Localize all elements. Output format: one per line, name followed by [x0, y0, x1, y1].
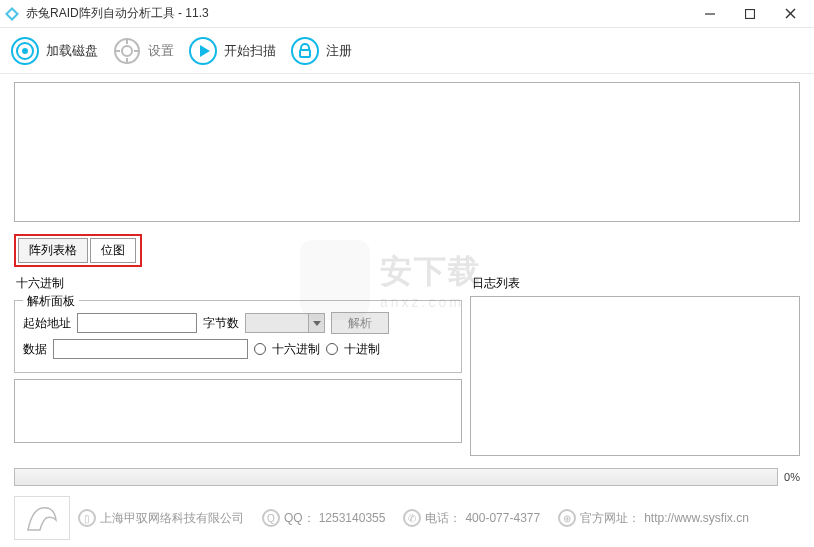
svg-rect-18	[300, 50, 310, 57]
radio-hex[interactable]	[254, 343, 266, 355]
progress-bar	[14, 468, 778, 486]
start-scan-label: 开始扫描	[224, 42, 276, 60]
footer: ▯ 上海甲驭网络科技有限公司 Q QQ： 1253140355 ✆ 电话： 40…	[0, 492, 814, 544]
minimize-button[interactable]	[690, 1, 730, 27]
svg-point-8	[22, 48, 28, 54]
svg-marker-16	[200, 45, 210, 57]
bytes-label: 字节数	[203, 315, 239, 332]
maximize-button[interactable]	[730, 1, 770, 27]
load-disk-button[interactable]: 加载磁盘	[10, 36, 98, 66]
toolbar: 加载磁盘 设置 开始扫描 注册	[0, 28, 814, 74]
start-scan-button[interactable]: 开始扫描	[188, 36, 276, 66]
radio-hex-label: 十六进制	[272, 341, 320, 358]
hex-section-title: 十六进制	[16, 275, 462, 292]
settings-button[interactable]: 设置	[112, 36, 174, 66]
data-label: 数据	[23, 341, 47, 358]
parse-panel: 解析面板 起始地址 字节数 解析 数据	[14, 300, 462, 373]
progress-percent: 0%	[784, 471, 800, 483]
company-logo	[14, 496, 70, 540]
hex-output-box	[14, 379, 462, 443]
building-icon: ▯	[78, 509, 96, 527]
register-label: 注册	[326, 42, 352, 60]
play-icon	[188, 36, 218, 66]
company-name: 上海甲驭网络科技有限公司	[100, 510, 244, 527]
top-panel	[14, 82, 800, 222]
gear-icon	[112, 36, 142, 66]
register-button[interactable]: 注册	[290, 36, 352, 66]
target-icon	[10, 36, 40, 66]
svg-marker-19	[313, 321, 321, 326]
tel-label: 电话：	[425, 510, 461, 527]
tab-array-table[interactable]: 阵列表格	[18, 238, 88, 263]
app-icon	[4, 6, 20, 22]
parse-button[interactable]: 解析	[331, 312, 389, 334]
site-label: 官方网址：	[580, 510, 640, 527]
site-link[interactable]: http://www.sysfix.cn	[644, 511, 749, 525]
radio-dec[interactable]	[326, 343, 338, 355]
qq-value: 1253140355	[319, 511, 386, 525]
parse-panel-legend: 解析面板	[23, 293, 79, 310]
qq-icon: Q	[262, 509, 280, 527]
tel-value: 400-077-4377	[465, 511, 540, 525]
start-addr-input[interactable]	[77, 313, 197, 333]
lock-icon	[290, 36, 320, 66]
start-addr-label: 起始地址	[23, 315, 71, 332]
close-button[interactable]	[770, 1, 810, 27]
tab-bitmap[interactable]: 位图	[90, 238, 136, 263]
qq-label: QQ：	[284, 510, 315, 527]
phone-icon: ✆	[403, 509, 421, 527]
settings-label: 设置	[148, 42, 174, 60]
globe-icon: ⊕	[558, 509, 576, 527]
titlebar: 赤兔RAID阵列自动分析工具 - 11.3	[0, 0, 814, 28]
data-input[interactable]	[53, 339, 248, 359]
log-title: 日志列表	[472, 275, 800, 292]
bytes-combo[interactable]	[245, 313, 325, 333]
log-list-box	[470, 296, 800, 456]
radio-dec-label: 十进制	[344, 341, 380, 358]
tabs-highlight-box: 阵列表格 位图	[14, 234, 142, 267]
window-title: 赤兔RAID阵列自动分析工具 - 11.3	[26, 5, 690, 22]
svg-point-10	[122, 46, 132, 56]
load-disk-label: 加载磁盘	[46, 42, 98, 60]
chevron-down-icon	[309, 313, 325, 333]
svg-rect-3	[746, 9, 755, 18]
